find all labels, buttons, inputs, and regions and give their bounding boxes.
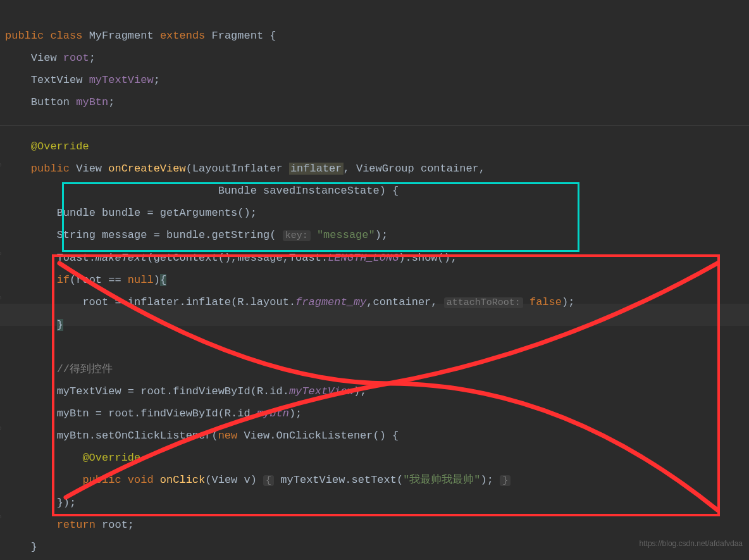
field-type: View [31,52,57,64]
collapsed-brace: } [500,475,511,486]
watermark-text: https://blog.csdn.net/afdafvdaa [640,533,743,555]
code-editor[interactable]: public class MyFragment extends Fragment… [0,3,749,560]
method-name: onClick [160,474,205,486]
param-type: Bundle [218,185,257,197]
comment: //得到控件 [57,363,113,375]
gutter: ○ ○ ○ ○ ○ [0,0,4,560]
keyword-class: class [50,30,82,42]
param-type: LayoutInflater [192,163,283,175]
code-line: }); [57,497,77,509]
field-name: root [63,52,89,64]
annotation: @Override [82,452,140,464]
brace-highlighted: } [57,319,63,331]
resource-id: fragment_my [295,296,366,308]
keyword-void: void [128,474,154,486]
code-line: Bundle bundle = getArguments(); [57,207,257,219]
return-type: View [76,163,102,175]
keyword-public: public [31,163,70,175]
collapsed-brace: { [263,475,274,486]
param-hint: attachToRoot: [444,297,523,308]
brace-highlighted: { [160,274,166,286]
brace: { [263,30,276,42]
keyword-if: if [57,274,70,286]
constant: LENGTH_LONG [328,252,399,264]
field-type: TextView [31,74,83,86]
override-gutter-icon[interactable]: ○ [0,154,2,177]
keyword-return: return [57,519,96,531]
resource-id: myTextView [289,385,354,397]
keyword-public: public [5,30,44,42]
string-literal: "message" [317,229,375,241]
field-name: myBtn [76,96,108,108]
override-gutter-icon[interactable]: ○ [0,243,2,265]
string-literal: "我最帅我最帅" [403,474,480,486]
param-type: ViewGroup [356,163,414,175]
keyword-new: new [218,430,238,442]
keyword-public: public [82,474,121,486]
field-name: myTextView [89,74,154,86]
param-name-selected: inflater [289,163,344,175]
class-name: MyFragment [89,30,154,42]
param-name: savedInstanceState [263,185,380,197]
param-name: container [421,163,479,175]
annotation: @Override [31,140,89,152]
keyword-false: false [529,296,562,308]
static-method: makeText [96,252,147,264]
brace: } [31,541,37,553]
super-class: Fragment [212,30,264,42]
override-gutter-icon[interactable]: ○ [0,418,2,440]
override-gutter-icon[interactable]: ○ [0,287,2,309]
resource-id: mybtn [257,408,289,420]
field-type: Button [31,96,70,108]
code-line: String message = bundle.getString( [57,229,276,241]
method-name: onCreateView [108,163,185,175]
keyword-null: null [128,274,154,286]
keyword-extends: extends [160,30,205,42]
param-hint: key: [283,230,311,241]
override-gutter-icon[interactable]: ○ [0,506,2,528]
